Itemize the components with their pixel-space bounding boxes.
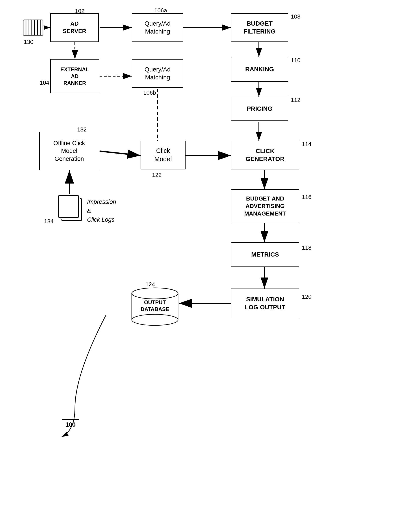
output-database-cylinder: OUTPUTDATABASE: [130, 287, 180, 327]
external-ad-ranker-box: EXTERNALADRANKER: [50, 59, 99, 93]
diagram-ref-100: 100: [62, 419, 79, 428]
ranking-box: RANKING: [231, 57, 288, 82]
budget-advertising-box: BUDGET ANDADVERTISINGMANAGEMENT: [231, 189, 299, 223]
metrics-label: METRICS: [251, 251, 279, 259]
impression-click-label: Impression&Click Logs: [87, 198, 116, 224]
budget-advertising-label: BUDGET ANDADVERTISINGMANAGEMENT: [244, 195, 286, 217]
ranking-label: RANKING: [245, 65, 274, 73]
ref-120: 120: [302, 293, 311, 300]
ref-116: 116: [302, 194, 311, 200]
query-ad-matching-top-box: Query/AdMatching: [132, 13, 183, 42]
ref-112: 112: [291, 97, 300, 103]
offline-click-box: Offline ClickModelGeneration: [39, 132, 99, 170]
ref-106b: 106b: [143, 89, 156, 96]
tape-drum-icon: [22, 18, 46, 38]
click-generator-label: CLICKGENERATOR: [246, 147, 284, 163]
simulation-log-label: SIMULATIONLOG OUTPUT: [245, 295, 285, 311]
ref-102: 102: [75, 8, 84, 15]
ref-106a: 106a: [154, 7, 167, 14]
doc-stack-icon: [57, 194, 86, 224]
ref-104: 104: [40, 79, 49, 86]
ad-server-box: ADSERVER: [50, 13, 99, 42]
ref-108: 108: [291, 13, 300, 20]
query-ad-matching-bot-label: Query/AdMatching: [145, 66, 170, 82]
query-ad-matching-bot-box: Query/AdMatching: [132, 59, 183, 88]
query-ad-matching-top-label: Query/AdMatching: [145, 20, 170, 36]
ref-110: 110: [291, 57, 300, 64]
svg-line-16: [100, 151, 141, 155]
click-generator-box: CLICKGENERATOR: [231, 141, 299, 169]
offline-click-label: Offline ClickModelGeneration: [53, 139, 85, 163]
budget-filtering-box: BUDGETFILTERING: [231, 13, 288, 42]
click-model-box: ClickModel: [141, 141, 186, 169]
pricing-box: PRICING: [231, 97, 288, 121]
diagram: 130 ADSERVER 102 Query/AdMatching 106a B…: [0, 0, 420, 527]
pricing-label: PRICING: [247, 105, 273, 113]
ref-134: 134: [44, 218, 53, 225]
svg-point-26: [132, 314, 178, 325]
simulation-log-box: SIMULATIONLOG OUTPUT: [231, 288, 299, 318]
ref-132: 132: [77, 126, 87, 133]
svg-rect-30: [59, 196, 78, 218]
ref-122: 122: [152, 172, 161, 178]
ref-118: 118: [302, 244, 311, 251]
metrics-box: METRICS: [231, 242, 299, 267]
ref-114: 114: [302, 141, 311, 148]
click-model-label: ClickModel: [155, 147, 172, 163]
ref-130: 130: [24, 39, 33, 45]
budget-filtering-label: BUDGETFILTERING: [243, 20, 276, 36]
external-ad-ranker-label: EXTERNALADRANKER: [60, 66, 89, 87]
svg-point-27: [132, 288, 178, 299]
ref-124: 124: [146, 281, 155, 288]
output-database-label: OUTPUTDATABASE: [141, 299, 169, 312]
ad-server-label: ADSERVER: [63, 20, 86, 35]
